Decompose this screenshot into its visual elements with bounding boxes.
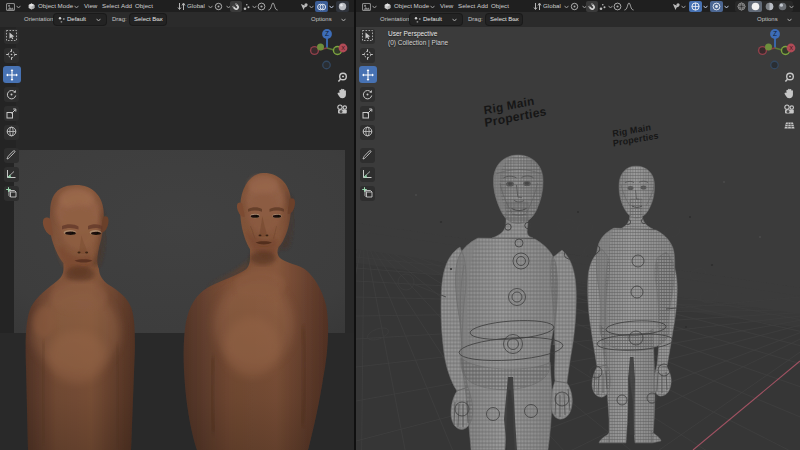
svg-text:Z: Z: [773, 30, 777, 37]
svg-text:Z: Z: [325, 30, 329, 37]
svg-text:X: X: [341, 45, 345, 51]
svg-text:X: X: [789, 45, 793, 51]
